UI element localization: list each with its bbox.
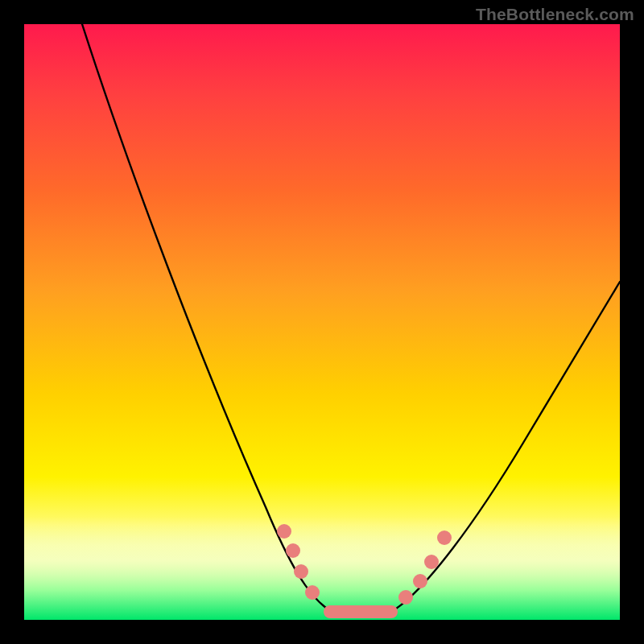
marker-dot — [294, 564, 308, 579]
marker-dot — [305, 585, 320, 600]
curve-left-branch — [82, 24, 327, 609]
marker-pill — [324, 605, 398, 618]
marker-dot — [424, 555, 439, 569]
marker-dot — [286, 543, 300, 558]
highlight-band — [24, 517, 620, 589]
curve-right-branch — [396, 282, 620, 609]
bottleneck-curve — [24, 24, 620, 620]
marker-dot — [413, 574, 427, 588]
marker-dot — [277, 524, 291, 539]
marker-dot — [437, 530, 452, 545]
chart-frame: TheBottleneck.com — [0, 0, 644, 644]
curve-valley — [327, 609, 396, 615]
plot-area — [24, 24, 620, 620]
attribution-label: TheBottleneck.com — [476, 5, 634, 24]
marker-dot — [398, 590, 413, 605]
